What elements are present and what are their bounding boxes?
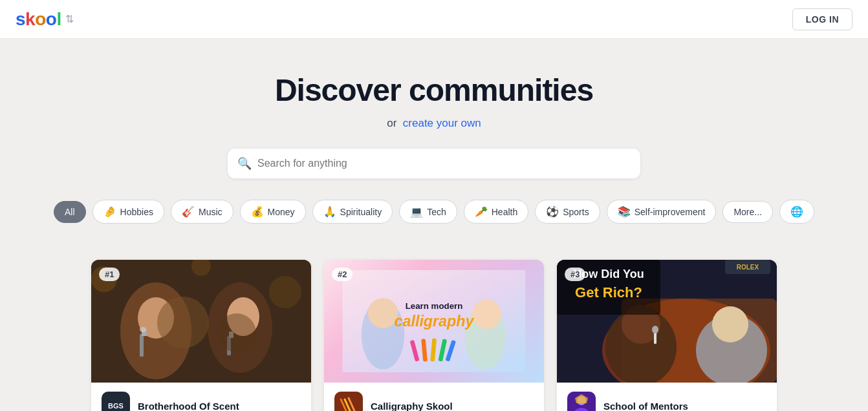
card-image-3: ROLEX How Did You Get Rich? #3 [557,260,777,383]
chip-label: Money [268,207,295,217]
filter-chip-hobbies[interactable]: 🤌 Hobbies [92,200,164,224]
calligraphy-avatar-icon [334,392,363,411]
header: skool ⇅ LOG IN [0,0,868,39]
card-avatar-3 [567,392,596,411]
svg-point-11 [269,276,301,308]
svg-point-17 [472,300,501,329]
card-image-2: Learn modern calligraphy #2 [324,260,544,383]
hero-subtitle: or create your own [13,117,855,130]
community-cards: #1 BGS Brotherhood Of Scent [0,260,868,411]
filter-chip-sports[interactable]: ⚽ Sports [535,200,600,224]
card-footer-1: BGS Brotherhood Of Scent [91,383,311,411]
chip-label: All [65,207,75,217]
card-footer-2: Calligraphy Skool [324,383,544,411]
search-input[interactable] [227,148,641,179]
logo-chevron-icon[interactable]: ⇅ [65,13,74,25]
search-icon: 🔍 [237,156,252,171]
rank-badge-3: #3 [565,268,585,281]
filter-chip-music[interactable]: 🎸 Music [171,200,233,224]
card-footer-3: School of Mentors [557,383,777,411]
svg-point-7 [140,327,146,332]
svg-rect-8 [227,336,231,355]
svg-point-15 [368,298,398,328]
svg-rect-5 [140,334,144,357]
svg-text:Learn modern: Learn modern [406,301,463,311]
filter-chip-spirituality[interactable]: 🙏 Spirituality [312,200,393,224]
chip-label: Spirituality [340,207,382,217]
community-card-2[interactable]: Learn modern calligraphy #2 [324,260,544,411]
filter-chip-more[interactable]: More... [722,201,773,223]
filter-chip-health[interactable]: 🥕 Health [464,200,528,224]
filter-chip-self-improvement[interactable]: 📚 Self-improvement [607,200,717,224]
filter-chip-all[interactable]: All [54,201,86,223]
hero-section: Discover communities or create your own … [0,39,868,260]
create-your-own-link[interactable]: create your own [403,117,481,129]
hobbies-icon: 🤌 [103,206,116,218]
rank-badge-2: #2 [332,268,353,281]
svg-rect-9 [229,332,233,338]
health-icon: 🥕 [475,206,488,218]
money-icon: 💰 [251,206,264,218]
filter-chips: All 🤌 Hobbies 🎸 Music 💰 Money 🙏 Spiritua… [13,200,855,242]
svg-point-3 [208,282,272,373]
spirituality-icon: 🙏 [323,206,336,218]
card-name-2: Calligraphy Skool [371,401,453,412]
svg-point-39 [652,326,658,333]
sports-icon: ⚽ [546,206,559,218]
globe-icon: 🌐 [790,206,803,218]
rank-badge-1: #1 [99,268,120,281]
card-name-1: Brotherhood Of Scent [138,401,239,412]
logo-area: skool ⇅ [16,9,74,30]
svg-point-4 [227,297,259,336]
music-icon: 🎸 [182,206,195,218]
filter-chip-globe[interactable]: 🌐 [779,200,814,224]
card-avatar-2 [334,392,363,411]
card-avatar-1: BGS [102,392,130,411]
svg-text:calligraphy: calligraphy [395,313,475,330]
avatar-text-1: BGS [108,402,124,410]
card-photo-1 [91,260,311,383]
page-title: Discover communities [13,72,855,108]
svg-point-37 [712,306,748,342]
mentors-avatar-icon [567,392,596,411]
filter-chip-tech[interactable]: 💻 Tech [399,200,457,224]
chip-label: Tech [427,207,446,217]
filter-chip-money[interactable]: 💰 Money [240,200,306,224]
card-image-1: #1 [91,260,311,383]
chip-label: Self-improvement [635,207,706,217]
chip-label: Sports [563,207,589,217]
chip-label: Health [492,207,517,217]
community-card-3[interactable]: ROLEX How Did You Get Rich? #3 [557,260,777,411]
card-name-3: School of Mentors [603,401,688,412]
card-photo-2: Learn modern calligraphy [334,270,534,372]
chip-label: More... [733,207,762,217]
chip-label: Music [199,207,222,217]
logo[interactable]: skool [16,9,61,30]
tech-icon: 💻 [410,206,423,218]
svg-text:ROLEX: ROLEX [737,264,759,271]
subtitle-prefix: or [387,117,396,129]
community-card-1[interactable]: #1 BGS Brotherhood Of Scent [91,260,311,411]
self-improvement-icon: 📚 [618,206,631,218]
chip-label: Hobbies [120,207,153,217]
svg-text:Get Rich?: Get Rich? [575,284,642,300]
search-container: 🔍 [227,148,641,179]
card-photo-3: ROLEX How Did You Get Rich? [557,260,777,383]
login-button[interactable]: LOG IN [792,8,852,30]
